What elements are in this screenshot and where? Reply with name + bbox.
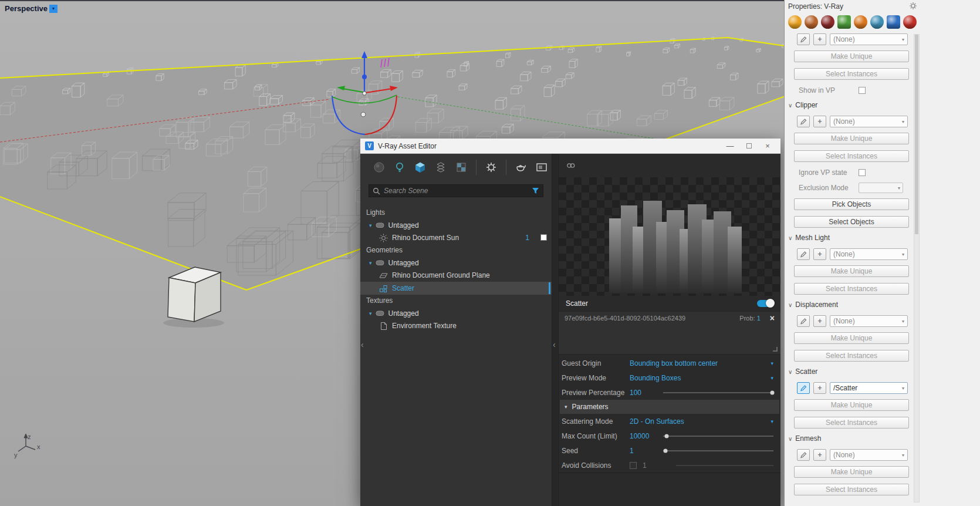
probability-value[interactable]: 1	[757, 315, 761, 322]
add-asset-button[interactable]: +	[813, 116, 826, 127]
list-resize-handle[interactable]	[773, 347, 778, 352]
section-header-parameters[interactable]: ▾Parameters	[560, 400, 779, 414]
tree-item-rhino-document-ground-plane[interactable]: Rhino Document Ground Plane	[360, 269, 552, 282]
collapse-panel-icon[interactable]: ‹	[361, 340, 364, 349]
tree-item-rhino-document-sun[interactable]: Rhino Document Sun1	[360, 231, 552, 244]
minimize-button[interactable]: —	[721, 140, 739, 153]
asset-dropdown[interactable]: (None)▾	[830, 116, 908, 127]
param-slider[interactable]	[663, 392, 773, 393]
chevron-down-icon[interactable]: ▾	[369, 260, 372, 266]
material-icon[interactable]	[788, 15, 802, 29]
tree-group-untagged[interactable]: ▾Untagged	[360, 219, 552, 231]
make-unique-button[interactable]: Make Unique	[794, 265, 909, 277]
editor-titlebar[interactable]: V V-Ray Asset Editor —×	[360, 139, 780, 154]
mesh-light-icon[interactable]	[870, 15, 884, 29]
asset-dropdown[interactable]: /Scatter▾	[830, 382, 908, 394]
make-unique-button[interactable]: Make Unique	[794, 133, 909, 144]
select-instances-button[interactable]: Select Instances	[794, 484, 909, 495]
chevron-down-icon[interactable]: ▾	[771, 360, 773, 366]
param-value[interactable]: Bounding box bottom center	[630, 359, 718, 367]
box-object[interactable]	[163, 267, 224, 328]
frame-buffer-icon[interactable]	[535, 160, 549, 174]
edit-asset-button[interactable]	[797, 116, 810, 127]
param-checkbox[interactable]	[630, 462, 637, 469]
section-scatter[interactable]: ∨Scatter	[788, 367, 921, 376]
host-object-list[interactable]	[559, 324, 780, 355]
edit-asset-button[interactable]	[797, 449, 810, 461]
enmesh-icon[interactable]	[903, 15, 917, 29]
section-mesh-light[interactable]: ∨Mesh Light	[788, 234, 921, 242]
settings-icon[interactable]	[484, 160, 498, 174]
edit-asset-button[interactable]	[797, 315, 810, 327]
make-unique-button[interactable]: Make Unique	[794, 50, 909, 62]
chevron-down-icon[interactable]: ▾	[369, 222, 372, 228]
geometries-icon[interactable]	[413, 160, 427, 174]
viewport-title-label[interactable]: Perspective	[5, 4, 48, 13]
fur-icon[interactable]	[854, 15, 867, 29]
filter-icon[interactable]	[532, 187, 539, 194]
link-icon[interactable]	[566, 162, 576, 169]
show-in-vp-checkbox[interactable]	[859, 87, 866, 94]
close-button[interactable]: ×	[758, 140, 777, 153]
light-color-swatch[interactable]	[540, 234, 547, 241]
ignore-vp-state-checkbox[interactable]	[859, 169, 866, 176]
param-row-scattering-mode[interactable]: Scattering Mode2D - On Surfaces▾	[559, 414, 780, 429]
asset-dropdown[interactable]: (None)▾	[830, 248, 908, 260]
panel-scrollbar[interactable]	[914, 34, 920, 502]
paint-bucket-icon[interactable]	[805, 15, 818, 29]
param-row-seed[interactable]: Seed1	[559, 443, 780, 458]
edit-asset-button[interactable]	[797, 382, 810, 394]
viewport-title[interactable]: Perspective ▾	[5, 4, 58, 13]
host-object-row[interactable]: 97e09fcd-b6e5-401d-8092-05104ac62439 Pro…	[559, 311, 780, 324]
param-value[interactable]: Bounding Boxes	[630, 374, 681, 382]
slider-knob[interactable]	[664, 434, 668, 438]
asset-dropdown[interactable]: (None)▾	[830, 315, 908, 327]
add-asset-button[interactable]: +	[813, 449, 826, 461]
param-row-preview-mode[interactable]: Preview ModeBounding Boxes▾	[559, 370, 780, 385]
section-displacement[interactable]: ∨Displacement	[788, 301, 921, 309]
render-icon[interactable]	[514, 160, 528, 174]
select-instances-button[interactable]: Select Instances	[794, 283, 909, 295]
scatter-icon[interactable]	[887, 15, 900, 29]
add-asset-button[interactable]: +	[813, 33, 826, 45]
edit-asset-button[interactable]	[797, 248, 810, 260]
exclusion-mode-dropdown[interactable]: ▾	[859, 183, 903, 193]
slider-knob[interactable]	[663, 448, 667, 453]
add-asset-button[interactable]: +	[813, 248, 826, 260]
select-instances-button[interactable]: Select Instances	[794, 417, 909, 429]
param-slider[interactable]	[663, 436, 773, 437]
enable-toggle[interactable]	[757, 300, 773, 307]
tree-group-untagged[interactable]: ▾Untagged	[360, 257, 552, 269]
scrollbar-thumb[interactable]	[915, 35, 918, 234]
search-box[interactable]	[369, 184, 543, 197]
param-row-max-count-limit[interactable]: Max Count (Limit)10000	[559, 429, 780, 443]
chevron-down-icon[interactable]: ▾	[771, 419, 773, 424]
maximize-button[interactable]	[739, 140, 758, 153]
make-unique-button[interactable]: Make Unique	[794, 399, 909, 411]
section-enmesh[interactable]: ∨Enmesh	[788, 434, 921, 443]
make-unique-button[interactable]: Make Unique	[794, 332, 909, 344]
clipper-icon[interactable]	[821, 15, 834, 29]
chevron-down-icon[interactable]: ▾	[771, 375, 773, 381]
add-asset-button[interactable]: +	[813, 382, 826, 394]
select-objects-button[interactable]: Select Objects	[794, 216, 909, 228]
select-instances-button[interactable]: Select Instances	[794, 68, 909, 80]
edit-asset-button[interactable]	[797, 33, 810, 45]
pick-objects-button[interactable]: Pick Objects	[794, 198, 909, 210]
param-slider[interactable]	[663, 450, 773, 451]
tree-item-scatter[interactable]: Scatter	[360, 282, 552, 295]
collapse-tree-icon[interactable]: ‹	[553, 340, 556, 349]
asset-dropdown[interactable]: (None)▾	[830, 449, 908, 461]
add-asset-button[interactable]: +	[813, 315, 826, 327]
param-value[interactable]: 10000	[630, 432, 649, 440]
select-instances-button[interactable]: Select Instances	[794, 350, 909, 362]
gear-icon[interactable]	[909, 2, 917, 12]
panel-divider[interactable]: ‹	[552, 154, 559, 506]
chevron-down-icon[interactable]: ▾	[369, 311, 372, 316]
select-instances-button[interactable]: Select Instances	[794, 150, 909, 162]
search-input[interactable]	[384, 187, 528, 195]
param-row-guest-origin[interactable]: Guest OriginBounding box bottom center▾	[559, 356, 780, 370]
make-unique-button[interactable]: Make Unique	[794, 466, 909, 478]
lights-icon[interactable]	[393, 160, 407, 174]
textures-icon[interactable]	[454, 160, 468, 174]
